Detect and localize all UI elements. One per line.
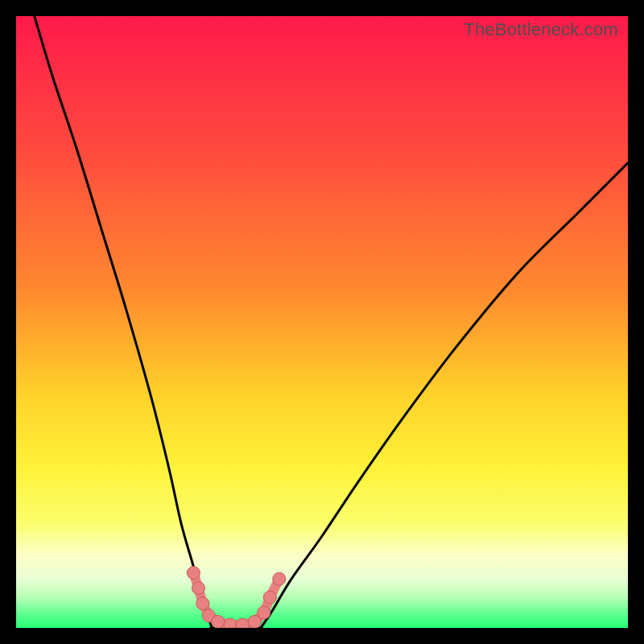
chart-curve [16,16,628,628]
marker-dot [263,591,276,604]
marker-dot [187,567,200,580]
marker-dot [273,572,286,585]
watermark-text: TheBottleneck.com [464,19,618,40]
marker-dot [196,597,209,610]
chart-frame: TheBottleneck.com [16,16,628,628]
marker-dot [212,615,225,628]
marker-dot [224,618,237,628]
marker-dot [236,618,249,628]
marker-dot [258,606,270,619]
marker-dot [192,582,205,595]
